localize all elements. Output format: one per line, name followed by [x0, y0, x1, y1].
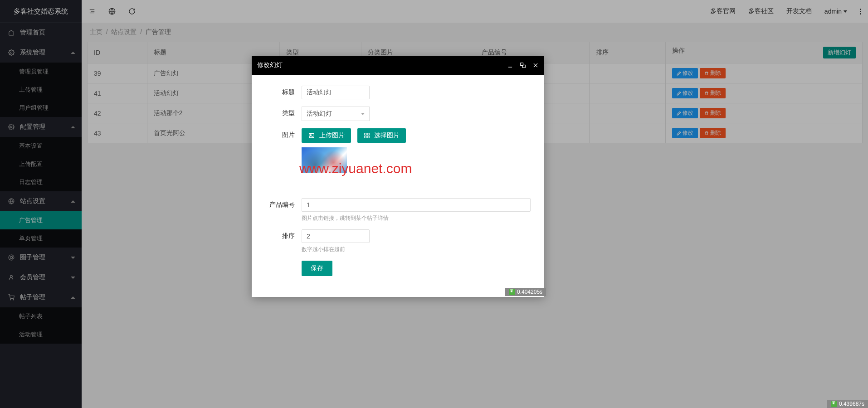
type-select[interactable]: 活动幻灯 — [302, 107, 370, 121]
product-input[interactable] — [302, 198, 531, 212]
grid-icon — [364, 132, 370, 139]
product-label: 产品编号 — [265, 198, 302, 209]
svg-rect-22 — [367, 136, 369, 138]
type-select-value: 活动幻灯 — [307, 110, 332, 118]
type-label: 类型 — [265, 107, 302, 117]
modal-header: 修改幻灯 — [252, 56, 544, 75]
select-image-button[interactable]: 选择图片 — [357, 128, 406, 143]
image-icon — [308, 132, 315, 139]
close-icon[interactable] — [532, 62, 539, 68]
upload-image-button[interactable]: 上传图片 — [302, 128, 351, 143]
title-label: 标题 — [265, 86, 302, 97]
maximize-icon[interactable] — [520, 62, 526, 68]
save-button[interactable]: 保存 — [302, 261, 332, 276]
svg-rect-20 — [367, 133, 369, 135]
modal-perf-badge: 0.404205s — [505, 288, 546, 296]
leaf-icon — [831, 401, 837, 407]
caret-down-icon — [361, 113, 365, 115]
product-hint: 图片点击链接，跳转到某个帖子详情 — [302, 214, 531, 222]
leaf-icon — [509, 289, 515, 295]
modal-title: 修改幻灯 — [257, 61, 283, 69]
edit-modal: 修改幻灯 标题 类型 活动幻灯 图片 上传图片 — [252, 56, 544, 297]
sort-label: 排序 — [265, 229, 302, 240]
image-label: 图片 — [265, 128, 302, 139]
page-perf-badge: 0.439687s — [827, 400, 868, 408]
minimize-icon[interactable] — [507, 62, 513, 68]
title-input[interactable] — [302, 86, 370, 99]
sort-hint: 数字越小排在越前 — [302, 246, 531, 253]
image-thumbnail[interactable] — [302, 147, 347, 173]
svg-rect-19 — [365, 133, 366, 135]
svg-rect-21 — [365, 136, 366, 138]
sort-input[interactable] — [302, 229, 370, 243]
